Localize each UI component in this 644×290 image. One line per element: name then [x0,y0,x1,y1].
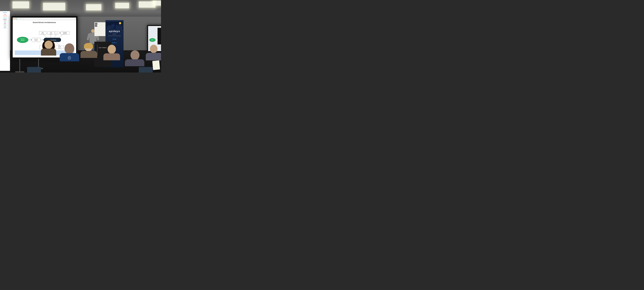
apidays-subtitle: The Future API Stack for Mass Innovation [108,36,121,36]
browser-minimize[interactable] [14,18,15,19]
sponsor-apibldr: ApiBldr [0,23,10,24]
svg-rect-41 [108,26,110,29]
svg-rect-42 [110,26,111,29]
audience-person-4 [103,45,121,70]
browser-maximize[interactable] [16,18,16,19]
browser-bar: localhost:3000/event-driven [13,18,76,20]
apidays-logo-text: apidays [109,30,120,33]
person-6-body [146,53,161,60]
sponsor-bump: bump.sh [0,21,10,21]
svg-rect-46 [112,25,115,26]
sponsor-zuplo: zuplo [0,26,10,27]
svg-text:Fraud: Fraud [50,32,52,33]
ibm-logo: IBM [112,38,116,40]
sponsor-nokia: NOKIA [0,12,10,13]
svg-line-13 [59,34,63,38]
svg-text:Service: Service [41,33,44,34]
svg-text:Payment: Payment [151,39,154,40]
skyline-svg [106,22,123,29]
svg-text:Service: Service [50,33,52,34]
chair-2 [139,67,153,73]
svg-text:Dashboard: Dashboard [63,33,67,34]
person-1-face [44,41,53,49]
svg-text:Request: Request [21,40,24,41]
person-6-head [150,45,158,53]
svg-text:Request: Request [151,40,154,41]
browser-close[interactable] [13,18,14,19]
person-2-head [64,43,74,54]
ceiling-light-3 [86,4,101,11]
person-3-body [80,51,97,58]
svg-rect-51 [120,26,122,29]
ceiling-light-6 [153,1,161,6]
chair-1 [27,67,41,73]
svg-line-10 [43,34,47,38]
browser-url-bar[interactable]: localhost:3000/event-driven [18,18,75,20]
svg-text:S3: S3 [57,33,58,34]
sponsor-apimatic: APIMatic [0,27,10,28]
svg-rect-49 [118,26,119,29]
svg-text:Service: Service [34,40,38,41]
person-5-head [130,50,140,60]
sponsor-apinity: apinity [0,22,10,23]
ceiling-light-1 [12,2,29,8]
svg-rect-40 [107,26,108,29]
person-3-hair [84,43,93,49]
whiteboard: ████ ████████████████ ████████████████ █… [94,22,106,36]
ceiling-light-4 [115,3,129,8]
sponsor-mulesoft: MuleSoft [0,18,10,19]
sponsor-postman: POSTMAN [0,16,10,16]
shirt-text: Let'scare forarrow. [61,56,78,60]
sponsor-wiremock: WireMock [0,19,10,20]
audience-area: Let'scare forarrow. [0,42,161,73]
svg-text:Payment: Payment [34,39,38,40]
svg-rect-50 [119,25,120,29]
svg-rect-47 [112,26,115,26]
ceiling-light-2 [43,3,65,11]
svg-text:Payment: Payment [21,39,24,40]
audience-person-1 [40,41,58,68]
person-4-head [108,45,116,54]
svg-line-12 [54,34,56,38]
sponsor-tyk: Tyk [0,14,10,15]
svg-text:Email: Email [42,32,44,33]
sponsor-bumpsh2: Bump.sh [0,25,10,26]
notepad [152,60,160,70]
svg-point-52 [119,22,121,24]
svg-line-11 [50,34,51,38]
person-5-body [125,59,144,66]
audience-person-3 [80,43,97,68]
svg-rect-48 [116,25,117,29]
person-4-body [104,53,120,60]
paris-text: PARIS [112,34,116,35]
person-1-body [41,49,56,56]
slide-title: Event-Driven Architectures [15,21,74,24]
audience-person-2: Let'scare forarrow. [60,43,79,71]
whiteboard-content: ████ ████████████████ ████████████████ █… [94,22,105,27]
svg-text:Debugging: Debugging [63,32,67,33]
svg-rect-45 [114,26,114,29]
